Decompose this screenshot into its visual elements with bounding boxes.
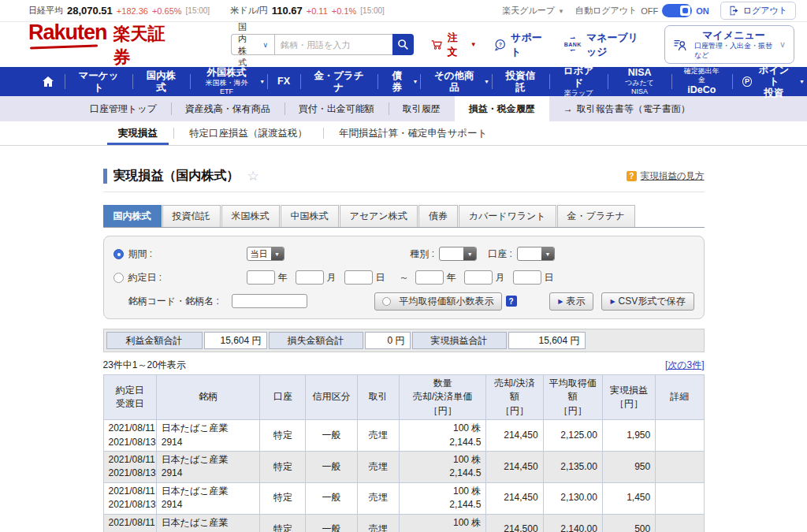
- ptab-bonds[interactable]: 債券: [418, 205, 458, 227]
- ptab-asean-stock[interactable]: アセアン株式: [340, 205, 418, 227]
- from-day-input[interactable]: [344, 270, 373, 285]
- cell-margin-type: 一般: [306, 482, 357, 514]
- rakuten-group-menu[interactable]: 楽天グループ: [502, 5, 564, 17]
- from-year-input[interactable]: [247, 270, 275, 285]
- nav-gold-platinum[interactable]: 金・プラチナ: [300, 67, 377, 96]
- day-unit: 日: [545, 271, 554, 285]
- col-trade: 取引: [357, 375, 399, 420]
- search-category-select[interactable]: 国内株式: [231, 34, 274, 55]
- ptab-china-stock[interactable]: 中国株式: [281, 205, 339, 227]
- nav-fx[interactable]: FX: [267, 67, 300, 96]
- to-year-input[interactable]: [415, 270, 444, 285]
- caret-down-icon: ▼: [484, 78, 489, 84]
- from-month-input[interactable]: [296, 270, 324, 285]
- symbol-label: 銘柄コード・銘柄名 :: [128, 295, 232, 308]
- symbol-input[interactable]: [232, 294, 307, 308]
- show-button[interactable]: 表示: [549, 292, 593, 311]
- subnav-trade-reports[interactable]: → 取引報告書等（電子書面）: [549, 96, 705, 121]
- pl-guide-link[interactable]: 実現損益の見方: [641, 170, 705, 182]
- page-title-row: 実現損益（国内株式） ☆ ? 実現損益の見方: [103, 168, 705, 192]
- tab-annual-pl-taxsupport[interactable]: 年間損益計算・確定申告サポート: [323, 121, 503, 145]
- subnav-trade-history[interactable]: 取引履歴: [389, 96, 455, 121]
- cell-detail: [656, 420, 704, 452]
- usdjpy-change-pct: +0.1%: [332, 6, 357, 16]
- cell-qty-unitprice: 100 株 2,144.5: [399, 420, 485, 452]
- next-page-link[interactable]: [次の3件]: [665, 359, 705, 372]
- nikkei-value: 28,070.51: [67, 5, 113, 17]
- period-radio[interactable]: [113, 249, 124, 259]
- nav-label: iDeCo: [687, 84, 716, 96]
- nav-ideco[interactable]: 確定拠出年金 iDeCo: [671, 67, 732, 96]
- ptab-mutual-funds[interactable]: 投資信託: [162, 205, 221, 227]
- auto-logout-toggle[interactable]: [662, 4, 692, 17]
- order-menu[interactable]: 注文: [431, 31, 477, 59]
- tab-realized-pl[interactable]: 実現損益: [102, 121, 173, 145]
- subnav-pl-tax-history[interactable]: 損益・税金履歴: [455, 96, 549, 121]
- results-tbody: 2021/08/11 2021/08/13 日本たばこ産業 2914 特定 一般…: [103, 420, 704, 532]
- to-month-input[interactable]: [464, 270, 493, 285]
- result-count-info: 23件中1～20件表示: [103, 359, 186, 372]
- subnav-account-top[interactable]: 口座管理トップ: [76, 96, 171, 121]
- period-label: 期間 :: [128, 247, 247, 261]
- account-label: 口座 :: [488, 247, 512, 261]
- nav-label: 金・プラチナ: [311, 70, 367, 94]
- nav-mutual-funds[interactable]: 投資信託: [492, 67, 549, 96]
- tab-label: 年間損益計算・確定申告サポート: [339, 127, 487, 140]
- trade-date-radio[interactable]: [113, 273, 124, 283]
- tab-specific-account-pl[interactable]: 特定口座損益（譲渡益税）: [173, 121, 323, 145]
- my-menu-button[interactable]: マイメニュー 口座管理・入出金・振替など ∨: [664, 25, 794, 64]
- cell-margin-type: 一般: [306, 420, 357, 452]
- ptab-gold-platinum[interactable]: 金・プラチナ: [557, 205, 635, 227]
- nav-label: 債券: [388, 70, 407, 94]
- type-select[interactable]: [439, 247, 477, 261]
- auto-logout-off-label: OFF: [641, 6, 658, 16]
- tab-label: 実現損益: [118, 127, 158, 140]
- subnav-buying-power[interactable]: 買付・出金可能額: [284, 96, 389, 121]
- nav-roboad[interactable]: ロボアド 楽ラップ: [549, 67, 608, 96]
- csv-save-button[interactable]: CSV形式で保存: [601, 292, 694, 311]
- tab-label: 特定口座損益（譲渡益税）: [189, 127, 307, 140]
- subnav-asset-balance[interactable]: 資産残高・保有商品: [171, 96, 284, 121]
- nav-domestic-stock[interactable]: 国内株式: [132, 67, 190, 96]
- logo-jp: 楽天証券: [113, 22, 166, 69]
- cell-trade: 売埋: [357, 514, 399, 532]
- ptab-us-stock[interactable]: 米国株式: [221, 205, 280, 227]
- moneybridge-link[interactable]: ⇀ BANK ↽ マネーブリッジ: [564, 31, 648, 59]
- account-select[interactable]: [517, 247, 555, 261]
- logout-button[interactable]: ログアウト: [720, 2, 796, 20]
- nav-market[interactable]: マーケット: [65, 67, 132, 96]
- nav-nisa[interactable]: NISA つみたてNISA: [608, 67, 671, 96]
- cell-symbol: 日本たばこ産業 2914: [156, 482, 260, 514]
- nav-label: ロボアド: [560, 65, 597, 89]
- rakuten-logo[interactable]: Rakuten 楽天証券: [28, 20, 166, 69]
- help-question-icon: ?: [627, 171, 637, 181]
- cell-realized-pl: 1,950: [602, 420, 655, 452]
- period-select[interactable]: 当日: [247, 247, 284, 261]
- search-button[interactable]: [392, 34, 414, 55]
- search-input[interactable]: [274, 34, 392, 55]
- year-unit: 年: [278, 271, 288, 285]
- title-accent-bar: [103, 169, 107, 184]
- caret-down-icon: [463, 247, 476, 260]
- nav-point-invest[interactable]: P ポイント 投資 ▼: [732, 67, 807, 96]
- nav-bonds[interactable]: 債券 ▼: [377, 67, 421, 96]
- nav-foreign-stock[interactable]: 外国株式 米国株・海外ETF ▼: [190, 67, 267, 96]
- nav-home[interactable]: [32, 67, 65, 96]
- favorite-star-icon[interactable]: ☆: [247, 168, 259, 184]
- ptab-covered-warrant[interactable]: カバードワラント: [459, 205, 556, 227]
- avg-price-decimal-button[interactable]: 平均取得価額小数表示: [374, 292, 502, 311]
- nav-label2: 投資: [755, 87, 793, 99]
- pl-summary-bar: 利益金額合計 15,604 円 損失金額合計 0 円 実現損益合計 15,604…: [103, 329, 705, 352]
- cell-avg-price: 2,130.00: [543, 482, 602, 514]
- type-label: 種別 :: [411, 247, 435, 261]
- support-link[interactable]: ? サポート: [494, 31, 547, 59]
- avg-price-decimal-radio[interactable]: [382, 297, 391, 306]
- period-select-value: 当日: [247, 247, 271, 260]
- to-day-input[interactable]: [513, 270, 541, 285]
- ptab-domestic-stock[interactable]: 国内株式: [103, 205, 162, 227]
- point-icon: P: [742, 76, 752, 87]
- subnav-label: 取引履歴: [403, 102, 441, 116]
- avg-price-help-icon[interactable]: ?: [506, 296, 517, 307]
- nav-other-products[interactable]: その他商品 ▼: [420, 67, 491, 96]
- col-sale-amount: 売却/決済額 ［円］: [486, 375, 543, 420]
